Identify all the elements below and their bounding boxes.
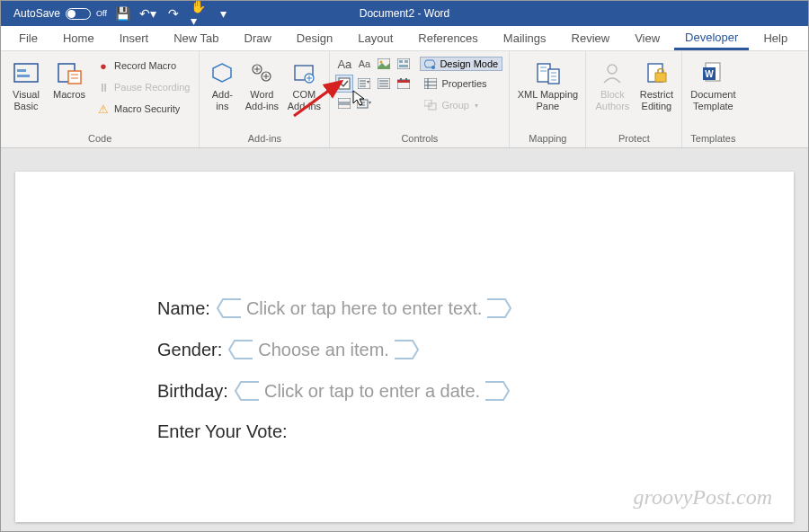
tab-home[interactable]: Home bbox=[52, 26, 105, 50]
tab-help[interactable]: Help bbox=[752, 26, 798, 50]
document-template-button[interactable]: W Document Template bbox=[688, 55, 738, 130]
group-mapping: XML Mapping Pane Mapping bbox=[510, 51, 586, 147]
svg-rect-14 bbox=[404, 60, 408, 63]
document-area: Name: Click or tap here to enter text. G… bbox=[1, 148, 808, 531]
redo-icon[interactable]: ↷ bbox=[166, 6, 181, 21]
tab-references[interactable]: References bbox=[407, 26, 488, 50]
block-authors-button: Block Authors bbox=[591, 55, 633, 130]
bracket-left-icon bbox=[216, 297, 243, 319]
document-template-icon: W bbox=[698, 58, 727, 87]
restrict-editing-icon bbox=[642, 58, 671, 87]
legacy-tools-icon[interactable] bbox=[355, 94, 373, 112]
design-mode-button[interactable]: Design Mode bbox=[420, 57, 502, 71]
picture-control-icon[interactable] bbox=[375, 55, 393, 73]
svg-rect-23 bbox=[338, 98, 351, 102]
macros-label: Macros bbox=[53, 89, 85, 101]
addins-label: Add- ins bbox=[212, 89, 233, 112]
svg-rect-4 bbox=[68, 71, 81, 84]
svg-rect-13 bbox=[399, 60, 403, 63]
tab-layout[interactable]: Layout bbox=[347, 26, 404, 50]
tab-review[interactable]: Review bbox=[561, 26, 621, 50]
record-macro-label: Record Macro bbox=[114, 60, 176, 71]
restrict-editing-button[interactable]: Restrict Editing bbox=[636, 55, 676, 130]
bracket-right-icon bbox=[393, 339, 420, 360]
field-birthday: Birthday: Click or tap to enter a date. bbox=[157, 380, 794, 402]
bracket-right-icon bbox=[485, 297, 512, 319]
macros-icon bbox=[55, 58, 84, 87]
plaintext-control-icon[interactable]: Aa bbox=[355, 55, 373, 73]
group-addins: Add- ins Word Add-ins COM Add-ins Add-in… bbox=[200, 51, 330, 147]
titlebar: AutoSave Off 💾 ↶▾ ↷ ✋▾ ▾ Document2 - Wor… bbox=[1, 1, 808, 26]
tab-insert[interactable]: Insert bbox=[109, 26, 160, 50]
tab-mailings[interactable]: Mailings bbox=[493, 26, 557, 50]
datepicker-control-icon[interactable] bbox=[395, 75, 413, 93]
name-placeholder: Click or tap here to enter text. bbox=[243, 298, 485, 319]
dropdown-control-icon[interactable] bbox=[375, 75, 393, 93]
group-button: Group▾ bbox=[420, 96, 502, 114]
svg-rect-21 bbox=[400, 78, 402, 81]
group-controls: Aa Aa Design Mode Propertie bbox=[330, 51, 510, 147]
window-title: Document2 - Word bbox=[360, 7, 449, 20]
controls-row2 bbox=[335, 75, 413, 93]
macro-security-button[interactable]: ⚠Macro Security bbox=[93, 100, 193, 118]
document-template-label: Document Template bbox=[690, 89, 735, 112]
gender-placeholder: Choose an item. bbox=[254, 340, 393, 360]
repeating-control-icon[interactable] bbox=[335, 94, 353, 112]
properties-button[interactable]: Properties bbox=[420, 75, 502, 93]
birthday-label: Birthday: bbox=[157, 381, 228, 402]
autosave-toggle[interactable]: AutoSave Off bbox=[13, 7, 107, 20]
pause-recording-button: ⏸Pause Recording bbox=[93, 78, 193, 96]
document-page[interactable]: Name: Click or tap here to enter text. G… bbox=[15, 172, 794, 522]
group-protect: Block Authors Restrict Editing Protect bbox=[586, 51, 682, 147]
group-icon bbox=[423, 98, 438, 112]
visual-basic-button[interactable]: Visual Basic bbox=[6, 55, 46, 130]
autosave-label: AutoSave bbox=[13, 7, 60, 20]
addins-button[interactable]: Add- ins bbox=[205, 55, 239, 130]
name-content-control[interactable]: Click or tap here to enter text. bbox=[216, 297, 512, 319]
restrict-editing-label: Restrict Editing bbox=[640, 89, 673, 112]
undo-icon[interactable]: ↶▾ bbox=[141, 6, 156, 21]
tab-view[interactable]: View bbox=[624, 26, 671, 50]
field-vote: Enter Your Vote: bbox=[157, 421, 794, 442]
macro-security-label: Macro Security bbox=[114, 103, 180, 114]
combobox-control-icon[interactable] bbox=[355, 75, 373, 93]
svg-rect-15 bbox=[399, 65, 408, 67]
buildingblock-control-icon[interactable] bbox=[395, 55, 413, 73]
com-addins-button[interactable]: COM Add-ins bbox=[284, 55, 324, 130]
svg-rect-16 bbox=[339, 78, 350, 89]
visual-basic-label: Visual Basic bbox=[13, 89, 40, 112]
com-addins-icon bbox=[289, 58, 318, 87]
record-macro-button[interactable]: ●Record Macro bbox=[93, 57, 193, 75]
design-mode-label: Design Mode bbox=[440, 58, 498, 69]
richtext-control-icon[interactable]: Aa bbox=[335, 55, 353, 73]
customize-qat-icon[interactable]: ▾ bbox=[217, 6, 231, 21]
save-icon[interactable]: 💾 bbox=[116, 6, 130, 21]
birthday-content-control[interactable]: Click or tap to enter a date. bbox=[234, 380, 511, 402]
xml-mapping-icon bbox=[533, 58, 562, 87]
tab-draw[interactable]: Draw bbox=[234, 26, 282, 50]
tab-newtab[interactable]: New Tab bbox=[163, 26, 229, 50]
name-label: Name: bbox=[157, 298, 210, 319]
group-code-label: Code bbox=[6, 131, 193, 147]
svg-rect-27 bbox=[424, 78, 437, 89]
svg-rect-20 bbox=[397, 80, 410, 83]
tab-developer[interactable]: Developer bbox=[674, 26, 749, 50]
bracket-left-icon bbox=[234, 380, 261, 402]
macros-button[interactable]: Macros bbox=[49, 55, 89, 130]
block-authors-icon bbox=[598, 58, 627, 87]
checkbox-control-icon[interactable] bbox=[335, 75, 353, 93]
bracket-left-icon bbox=[227, 339, 254, 360]
svg-rect-22 bbox=[405, 78, 407, 81]
tab-file[interactable]: File bbox=[8, 26, 49, 50]
xml-mapping-button[interactable]: XML Mapping Pane bbox=[515, 55, 580, 130]
tab-design[interactable]: Design bbox=[286, 26, 343, 50]
svg-marker-5 bbox=[213, 64, 231, 82]
block-authors-label: Block Authors bbox=[595, 89, 629, 112]
group-mapping-label: Mapping bbox=[515, 131, 580, 147]
touch-mode-icon[interactable]: ✋▾ bbox=[191, 6, 206, 21]
gender-content-control[interactable]: Choose an item. bbox=[227, 339, 420, 360]
svg-rect-12 bbox=[397, 58, 410, 69]
svg-rect-0 bbox=[14, 64, 38, 82]
word-addins-button[interactable]: Word Add-ins bbox=[243, 55, 280, 130]
field-gender: Gender: Choose an item. bbox=[157, 339, 794, 360]
